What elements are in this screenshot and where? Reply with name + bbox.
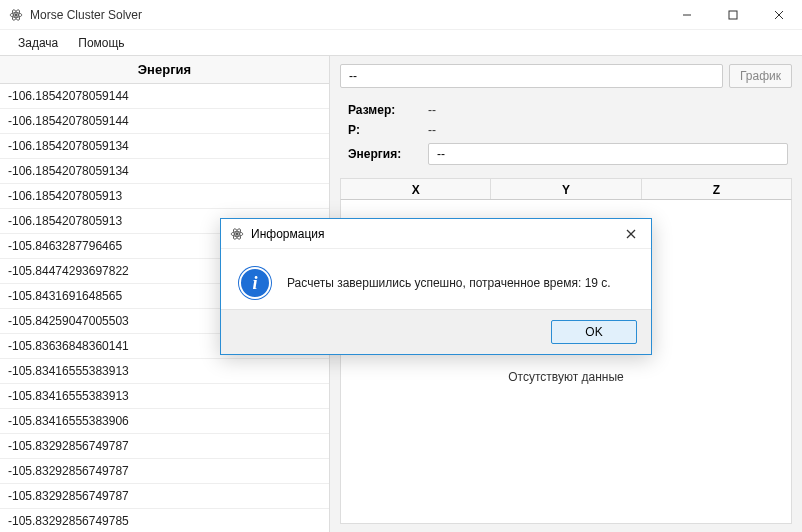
energy-row[interactable]: -105.83292856749787 [0, 484, 329, 509]
p-value: -- [428, 123, 436, 137]
dialog-app-icon [229, 226, 245, 242]
svg-point-0 [15, 13, 17, 15]
energy-row[interactable]: -106.18542078059144 [0, 84, 329, 109]
dialog-message: Расчеты завершились успешно, потраченное… [287, 276, 611, 290]
energy-row[interactable]: -105.83292856749787 [0, 434, 329, 459]
energy-value-input[interactable] [428, 143, 788, 165]
column-z: Z [642, 179, 791, 199]
energy-row[interactable]: -106.1854207805913 [0, 184, 329, 209]
menu-task[interactable]: Задача [8, 32, 68, 54]
energy-row[interactable]: -105.83292856749785 [0, 509, 329, 532]
svg-rect-5 [729, 11, 737, 19]
energy-row[interactable]: -105.83292856749787 [0, 459, 329, 484]
chart-button[interactable]: График [729, 64, 792, 88]
column-y: Y [491, 179, 641, 199]
energy-label: Энергия: [348, 147, 428, 161]
maximize-button[interactable] [710, 0, 756, 29]
titlebar: Morse Cluster Solver [0, 0, 802, 30]
energy-column-header: Энергия [0, 56, 329, 84]
energy-row[interactable]: -105.83416555383913 [0, 359, 329, 384]
window-title: Morse Cluster Solver [30, 8, 142, 22]
ok-button[interactable]: OK [551, 320, 637, 344]
size-value: -- [428, 103, 436, 117]
column-x: X [341, 179, 491, 199]
close-button[interactable] [756, 0, 802, 29]
energy-row[interactable]: -105.83416555383906 [0, 409, 329, 434]
window-controls [664, 0, 802, 29]
no-data-message: Отсутствуют данные [508, 370, 623, 384]
minimize-button[interactable] [664, 0, 710, 29]
dialog-titlebar: Информация [221, 219, 651, 249]
info-grid: Размер: -- P: -- Энергия: [340, 96, 792, 178]
menubar: Задача Помощь [0, 30, 802, 56]
size-label: Размер: [348, 103, 428, 117]
xyz-header: X Y Z [340, 178, 792, 200]
energy-row[interactable]: -106.18542078059144 [0, 109, 329, 134]
dialog-close-button[interactable] [611, 226, 651, 242]
dialog-title: Информация [251, 227, 324, 241]
selection-input[interactable] [340, 64, 723, 88]
svg-point-8 [236, 232, 238, 234]
p-label: P: [348, 123, 428, 137]
app-icon [8, 7, 24, 23]
energy-row[interactable]: -106.18542078059134 [0, 134, 329, 159]
info-dialog: Информация i Расчеты завершились успешно… [220, 218, 652, 355]
menu-help[interactable]: Помощь [68, 32, 134, 54]
info-icon: i [239, 267, 271, 299]
energy-row[interactable]: -106.18542078059134 [0, 159, 329, 184]
energy-row[interactable]: -105.83416555383913 [0, 384, 329, 409]
